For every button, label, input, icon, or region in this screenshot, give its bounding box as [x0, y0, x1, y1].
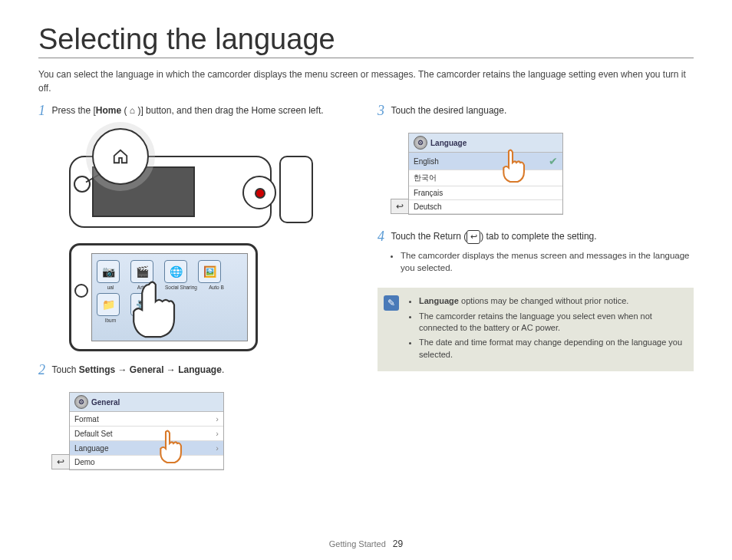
language-item-english[interactable]: English✔ [409, 153, 562, 170]
step-number-1: 1 [38, 103, 45, 119]
step1-text-pre: Press the [ [51, 105, 95, 116]
intro-text: You can select the language in which the… [38, 68, 694, 95]
step4-pre: Touch the Return ( [391, 231, 467, 242]
menu-label: Deutsch [414, 203, 442, 211]
step4-bullet: The camcorder displays the menus screen … [401, 249, 694, 274]
step4-post: ) tab to complete the setting. [480, 231, 596, 242]
homescreen-drag-diagram: 📷 🎬 🌐 🖼️ ual Art Film Social Sharing Aut… [69, 243, 258, 351]
language-item-deutsch[interactable]: Deutsch [409, 200, 562, 214]
note-bold: Language [419, 296, 459, 305]
page-footer: Getting Started 29 [0, 539, 732, 549]
step-number-4: 4 [378, 229, 384, 245]
menu-item-default-set[interactable]: Default Set› [70, 427, 223, 441]
hand-pointer-icon [115, 276, 199, 341]
menu-label: Default Set [74, 430, 112, 438]
step-number-3: 3 [378, 103, 384, 119]
footer-page-number: 29 [393, 539, 403, 549]
note-icon: ✎ [384, 295, 399, 311]
language-menu: ↩ ⚙ Language English✔ 한국어 Français Deuts… [408, 133, 563, 215]
language-item-francais[interactable]: Français [409, 186, 562, 200]
check-icon: ✔ [549, 155, 558, 167]
hand-pointer-icon [497, 147, 536, 186]
menu-item-language[interactable]: Language› [70, 441, 223, 456]
note-item: Language options may be changed without … [419, 295, 684, 307]
menu-label: English [414, 157, 439, 166]
menu-header: General [91, 398, 120, 407]
home-button-callout [92, 128, 149, 185]
general-menu: ↩ ⚙ General Format› Default Set› Languag… [69, 392, 224, 470]
note-item: The camcorder retains the language you s… [419, 311, 684, 334]
app-icon: 🖼️ [198, 260, 221, 283]
home-icon [112, 148, 129, 165]
menu-label: Demo [74, 458, 95, 466]
gear-icon: ⚙ [414, 136, 427, 150]
note-text: options may be changed without prior not… [461, 296, 628, 305]
menu-item-format[interactable]: Format› [70, 412, 223, 427]
menu-label: Français [414, 189, 443, 197]
step1-home-label: Home [96, 105, 121, 116]
menu-item-demo[interactable]: Demo [70, 456, 223, 469]
step2-general: General [130, 364, 164, 375]
menu-header: Language [430, 139, 467, 147]
menu-label: Format [74, 415, 99, 423]
menu-label: 한국어 [414, 173, 437, 183]
step1-text-post: ( ⌂ )] button, and then drag the Home sc… [121, 105, 323, 116]
step-4: 4 Touch the Return (↩) tab to complete t… [378, 229, 694, 274]
chevron-right-icon: › [216, 429, 219, 438]
gear-icon: ⚙ [74, 395, 88, 409]
step2-settings: Settings [79, 364, 115, 375]
period: . [222, 364, 224, 375]
arrow: → [164, 364, 179, 375]
note-item: The date and time format may change depe… [419, 337, 684, 361]
page-title: Selecting the language [38, 23, 694, 58]
record-dial-icon [242, 176, 276, 209]
homescreen-label: Auto B [199, 285, 233, 290]
camcorder-diagram [69, 133, 299, 232]
hand-pointer-icon [154, 428, 193, 466]
chevron-right-icon: › [216, 443, 219, 453]
back-button[interactable]: ↩ [391, 199, 409, 214]
chevron-right-icon: › [216, 414, 219, 423]
language-item-korean[interactable]: 한국어 [409, 170, 562, 186]
step2-language: Language [178, 364, 222, 375]
note-box: ✎ Language options may be changed withou… [378, 288, 694, 371]
footer-section: Getting Started [329, 539, 386, 548]
step3-text: Touch the desired language. [391, 105, 506, 116]
menu-label: Language [74, 444, 109, 453]
step-1: 1 Press the [Home ( ⌂ )] button, and the… [38, 103, 354, 119]
back-button[interactable]: ↩ [51, 454, 70, 469]
home-button-small-icon [74, 176, 91, 193]
arrow: → [115, 364, 130, 375]
return-icon: ↩ [467, 230, 480, 244]
step-3: 3 Touch the desired language. [378, 103, 694, 119]
step-number-2: 2 [38, 362, 45, 378]
step-2: 2 Touch Settings → General → Language. [38, 362, 354, 378]
step2-pre: Touch [51, 364, 78, 375]
